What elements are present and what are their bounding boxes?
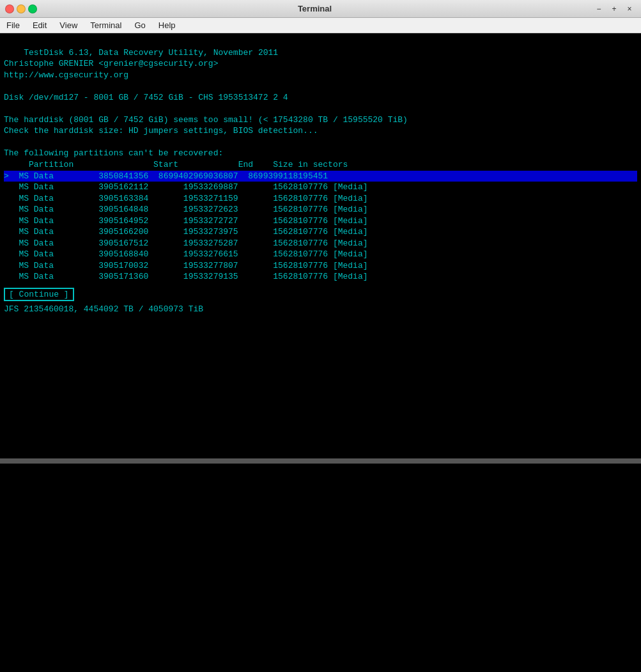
minimize-button[interactable] <box>17 4 26 13</box>
window-title: Terminal <box>37 4 592 13</box>
menu-help[interactable]: Help <box>152 19 182 31</box>
warning-line2: Check the harddisk size: HD jumpers sett… <box>4 126 318 136</box>
table-row[interactable]: MS Data 3905166200 19533273975 156281077… <box>4 226 637 238</box>
table-row[interactable]: MS Data 3905164952 19533272727 156281077… <box>4 215 637 227</box>
header-line2: Christophe GRENIER <grenier@cgsecurity.o… <box>4 59 218 68</box>
titlebar-controls: − + × <box>592 3 636 15</box>
terminal-upper: TestDisk 6.13, Data Recovery Utility, No… <box>0 33 641 458</box>
terminal-divider <box>0 458 641 464</box>
jfs-info: JFS 2135460018, 4454092 TB / 4050973 TiB <box>4 304 637 315</box>
header-line1: TestDisk 6.13, Data Recovery Utility, No… <box>24 48 278 58</box>
table-row[interactable]: MS Data 3905163384 19533271159 156281077… <box>4 193 637 205</box>
header-line3: http://www.cgsecurity.org <box>4 70 128 80</box>
table-row[interactable]: MS Data 3905164848 19533272623 156281077… <box>4 204 637 215</box>
table-row[interactable]: MS Data 3905167512 19533275287 156281077… <box>4 238 637 249</box>
menu-go[interactable]: Go <box>128 19 151 31</box>
maximize-button[interactable] <box>28 4 37 13</box>
close-button[interactable] <box>5 4 14 13</box>
win-close-button[interactable]: × <box>623 3 636 15</box>
menu-file[interactable]: File <box>0 19 26 31</box>
terminal-content: TestDisk 6.13, Data Recovery Utility, No… <box>4 36 637 171</box>
titlebar-left <box>5 4 37 13</box>
menu-edit[interactable]: Edit <box>26 19 53 31</box>
partition-table: > MS Data 3850841356 8699402969036807 86… <box>4 171 637 283</box>
table-row[interactable]: MS Data 3905170032 19533277807 156281077… <box>4 260 637 272</box>
table-row[interactable]: MS Data 3905168840 19533276615 156281077… <box>4 249 637 260</box>
win-minimize-button[interactable]: − <box>592 3 605 15</box>
table-row[interactable]: MS Data 3905171360 19533279135 156281077… <box>4 271 637 283</box>
continue-button[interactable]: [ Continue ] <box>4 288 74 301</box>
warning-line1: The harddisk (8001 GB / 7452 GiB) seems … <box>4 115 408 125</box>
win-maximize-button[interactable]: + <box>608 3 621 15</box>
continue-section: [ Continue ] <box>4 288 637 301</box>
titlebar: Terminal − + × <box>0 0 641 18</box>
partition-header: Partition Start End Size in sectors <box>4 160 348 169</box>
table-row[interactable]: > MS Data 3850841356 8699402969036807 86… <box>4 171 637 182</box>
terminal-lower <box>0 464 641 672</box>
table-row[interactable]: MS Data 3905162112 19533269887 156281077… <box>4 182 637 193</box>
disk-info: Disk /dev/md127 - 8001 GB / 7452 GiB - C… <box>4 93 288 102</box>
menu-view[interactable]: View <box>53 19 84 31</box>
menu-terminal[interactable]: Terminal <box>84 19 128 31</box>
following-msg: The following partitions can't be recove… <box>4 148 223 158</box>
menubar: File Edit View Terminal Go Help <box>0 18 641 33</box>
